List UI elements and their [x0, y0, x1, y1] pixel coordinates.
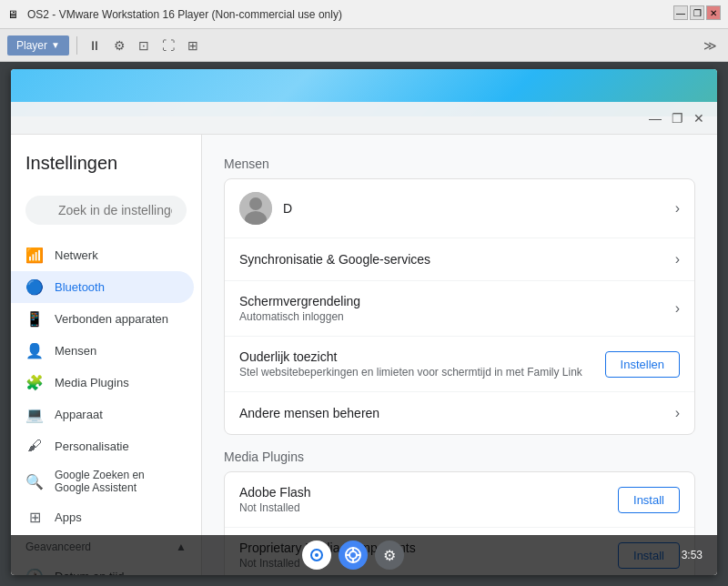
sidebar: Instellingen 🔍 📶 Netwerk 🔵 Bluetooth 📱 V… [11, 135, 202, 575]
flash-row[interactable]: Adobe Flash Not Installed Install [225, 472, 694, 528]
sidebar-item-personalisatie[interactable]: 🖌 Personalisatie [11, 430, 194, 461]
avatar [239, 192, 272, 225]
search-input[interactable] [25, 196, 187, 225]
sidebar-item-google[interactable]: 🔍 Google Zoeken en Google Assistent [11, 461, 194, 501]
sidebar-item-netwerk-label: Netwerk [55, 248, 98, 262]
sidebar-item-media[interactable]: 🧩 Media Plugins [11, 367, 194, 399]
vmware-minimize-btn[interactable]: — [673, 5, 688, 20]
chromeos-window: — ❐ ✕ Instellingen 🔍 📶 Netwerk 🔵 Bluetoo… [11, 69, 717, 575]
chromeos-minimize-btn[interactable]: — [644, 107, 666, 129]
flash-install-button[interactable]: Install [618, 487, 680, 513]
taskbar: ⚙ 3:53 [11, 535, 717, 575]
sidebar-item-personalisatie-label: Personalisatie [55, 440, 129, 453]
sidebar-item-media-label: Media Plugins [55, 376, 129, 389]
taskbar-center: ⚙ [302, 541, 404, 570]
user-row[interactable]: D › [225, 179, 694, 238]
chromeos-maximize-btn[interactable]: ❐ [666, 107, 688, 129]
scherm-row[interactable]: Schermvergrendeling Automatisch inloggen… [225, 281, 694, 337]
devices-icon: 📱 [25, 310, 44, 328]
fit-window-icon[interactable]: ⊡ [135, 35, 153, 56]
andere-title: Andere mensen beheren [239, 406, 379, 420]
flash-subtitle: Not Installed [239, 501, 618, 514]
svg-point-7 [349, 551, 357, 559]
andere-content: Andere mensen beheren [239, 405, 675, 421]
fullscreen-icon[interactable]: ⛶ [158, 35, 178, 56]
sidebar-item-google-label: Google Zoeken en Google Assistent [55, 469, 179, 494]
ouderlijk-row[interactable]: Ouderlijk toezicht Stel websitebeperking… [225, 337, 694, 392]
sync-row[interactable]: Synchronisatie & Google-services › [225, 238, 694, 281]
sidebar-item-netwerk[interactable]: 📶 Netwerk [11, 239, 194, 271]
user-name-content: D [283, 200, 675, 217]
andere-chevron: › [675, 405, 680, 421]
player-chevron-icon: ▼ [51, 40, 60, 50]
instellen-button[interactable]: Instellen [605, 351, 680, 378]
chromeos-app-icon-svg [344, 546, 362, 564]
svg-point-1 [249, 197, 262, 210]
sidebar-item-apps[interactable]: ⊞ Apps [11, 501, 194, 533]
player-menu-btn[interactable]: Player ▼ [7, 35, 69, 56]
unity-icon[interactable]: ⊞ [184, 35, 202, 56]
bluetooth-icon: 🔵 [25, 278, 44, 296]
media-section-title: Media Plugins [224, 450, 695, 464]
flash-title: Adobe Flash [239, 485, 618, 500]
settings-gear-icon: ⚙ [383, 547, 396, 564]
sync-chevron: › [675, 251, 680, 268]
settings-taskbar-icon[interactable]: ⚙ [375, 541, 404, 570]
ouderlijk-title: Ouderlijk toezicht [239, 349, 605, 364]
sidebar-item-verbonden-label: Verbonden apparaten [55, 312, 168, 326]
mensen-card: D › Synchronisatie & Google-services › S… [224, 178, 695, 435]
ouderlijk-subtitle: Stel websitebeperkingen en limieten voor… [239, 366, 605, 379]
mensen-section-title: Mensen [224, 157, 695, 171]
sync-content: Synchronisatie & Google-services [239, 251, 675, 268]
sidebar-item-bluetooth[interactable]: 🔵 Bluetooth [11, 271, 194, 303]
vmware-close-btn[interactable]: ✕ [706, 5, 721, 20]
google-search-icon: 🔍 [25, 473, 44, 490]
wifi-icon: 📶 [25, 247, 44, 264]
user-row-chevron: › [675, 200, 680, 217]
person-icon: 👤 [25, 342, 44, 359]
sidebar-item-verbonden[interactable]: 📱 Verbonden apparaten [11, 303, 194, 335]
search-container: 🔍 [25, 196, 187, 225]
puzzle-icon: 🧩 [25, 374, 44, 391]
ouderlijk-content: Ouderlijk toezicht Stel websitebeperking… [239, 349, 605, 379]
player-label: Player [16, 39, 47, 52]
launcher-icon-svg [308, 546, 326, 564]
vmware-titlebar: 🖥 OS2 - VMware Workstation 16 Player (No… [0, 0, 728, 29]
chromeos-app-icon[interactable] [339, 541, 368, 570]
vm-settings-icon[interactable]: ⚙ [110, 35, 129, 56]
sidebar-title: Instellingen [11, 146, 201, 188]
scherm-chevron: › [675, 300, 680, 317]
pause-icon[interactable]: ⏸ [85, 35, 105, 56]
scherm-subtitle: Automatisch inloggen [239, 310, 675, 323]
taskbar-time: 3:53 [682, 549, 703, 561]
sidebar-item-mensen[interactable]: 👤 Mensen [11, 335, 194, 367]
vmware-toolbar: Player ▼ ⏸ ⚙ ⊡ ⛶ ⊞ ≫ [0, 29, 728, 62]
scherm-title: Schermvergrendeling [239, 294, 675, 308]
expand-icon[interactable]: ≫ [700, 35, 721, 56]
chromeos-close-btn[interactable]: ✕ [688, 107, 710, 129]
sidebar-item-bluetooth-label: Bluetooth [55, 280, 105, 294]
toolbar-separator [76, 36, 77, 55]
sync-title: Synchronisatie & Google-services [239, 252, 430, 267]
sidebar-item-apps-label: Apps [55, 510, 82, 524]
scherm-content: Schermvergrendeling Automatisch inloggen [239, 294, 675, 323]
avatar-image [239, 192, 272, 225]
svg-point-5 [315, 553, 318, 557]
brush-icon: 🖌 [25, 438, 44, 454]
main-content: Mensen D › [202, 135, 717, 575]
user-name: D [283, 201, 292, 216]
sidebar-item-apparaat[interactable]: 💻 Apparaat [11, 399, 194, 430]
sidebar-item-apparaat-label: Apparaat [55, 408, 103, 421]
sidebar-item-mensen-label: Mensen [55, 344, 96, 358]
vmware-title: OS2 - VMware Workstation 16 Player (Non-… [24, 8, 721, 21]
vmware-window-controls: — ❐ ✕ [673, 5, 721, 20]
vmware-maximize-btn[interactable]: ❐ [690, 5, 704, 20]
launcher-button[interactable] [302, 541, 331, 570]
grid-icon: ⊞ [25, 509, 44, 526]
laptop-icon: 💻 [25, 406, 44, 423]
chromeos-titlebar: — ❐ ✕ [11, 102, 717, 135]
andere-row[interactable]: Andere mensen beheren › [225, 392, 694, 434]
flash-content: Adobe Flash Not Installed [239, 485, 618, 514]
